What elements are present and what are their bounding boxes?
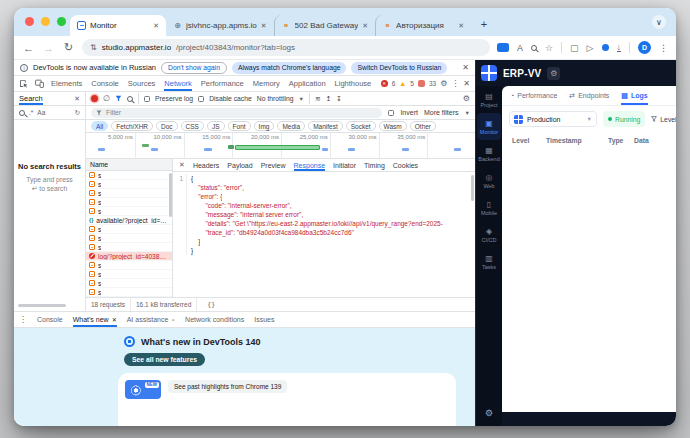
highlight-link[interactable]: See past highlights from Chrome 139: [168, 380, 287, 393]
warning-badge-icon[interactable]: ▲: [399, 80, 406, 87]
devtools-tab-performance[interactable]: Performance: [201, 76, 244, 91]
update-dot-icon[interactable]: [602, 44, 609, 51]
request-row[interactable]: {}available/?project_id=40384…: [86, 216, 172, 225]
profile-avatar[interactable]: D: [638, 41, 651, 54]
browser-tab-jsivhnc-app-apms-io[interactable]: ⊕jsivhnc-app.apms.io✕: [166, 15, 274, 36]
devtools-tab-elements[interactable]: Elements: [51, 76, 82, 91]
extension-icon[interactable]: ▷: [587, 43, 594, 53]
devtools-tab-application[interactable]: Application: [289, 76, 326, 91]
level-filter-select[interactable]: Level: All ▼: [651, 116, 676, 123]
request-type-chip-fetch-xhr[interactable]: Fetch/XHR: [111, 121, 153, 131]
devtools-tab-console[interactable]: Console: [91, 76, 119, 91]
devtools-tab-network[interactable]: Network: [164, 76, 192, 91]
match-case-toggle[interactable]: Aa: [37, 109, 45, 116]
site-connection-icon[interactable]: ⇅: [90, 43, 97, 52]
request-type-chip-manifest[interactable]: Manifest: [308, 121, 343, 131]
side-panel-icon[interactable]: [497, 43, 509, 52]
request-row[interactable]: s: [86, 288, 172, 297]
network-conditions-icon[interactable]: ≋: [315, 95, 321, 103]
new-tab-button[interactable]: +: [475, 15, 493, 33]
devtools-tab-memory[interactable]: Memory: [253, 76, 280, 91]
devtools-close-icon[interactable]: ✕: [463, 79, 470, 88]
devtools-kebab-icon[interactable]: ⋮: [451, 79, 459, 88]
erp-nav-monitor[interactable]: ▣Monitor: [477, 113, 501, 140]
search-pane-tab[interactable]: Search: [19, 92, 43, 105]
erp-nav-ci-cd[interactable]: ◈CI/CD: [476, 221, 502, 248]
erp-settings-gear-icon[interactable]: ⚙: [476, 408, 502, 418]
response-detail-tab-timing[interactable]: Timing: [364, 159, 385, 171]
request-row[interactable]: s: [86, 189, 172, 198]
tab-close-icon[interactable]: ✕: [362, 22, 368, 30]
drawer-tab-console[interactable]: Console: [37, 312, 63, 327]
record-network-log-button[interactable]: [91, 95, 98, 102]
project-settings-gear-icon[interactable]: ⚙: [547, 67, 560, 80]
browser-tab-502-bad-gateway[interactable]: »502 Bad Gateway✕: [274, 15, 375, 36]
name-column-header[interactable]: Name: [86, 159, 172, 171]
request-row[interactable]: s: [86, 225, 172, 234]
request-row[interactable]: s: [86, 279, 172, 288]
import-har-icon[interactable]: ↥: [326, 95, 332, 103]
request-type-chip-socket[interactable]: Socket: [346, 121, 376, 131]
request-type-chip-css[interactable]: CSS: [181, 121, 204, 131]
erp-nav-backend[interactable]: ▦Backend: [476, 140, 502, 167]
erp-tab-endpoints[interactable]: ⇄Endpoints: [569, 86, 609, 105]
refresh-search-icon[interactable]: ↻: [75, 109, 80, 117]
forward-button[interactable]: →: [42, 42, 55, 54]
erp-tab-logs[interactable]: ▤Logs: [621, 86, 647, 105]
network-timeline-overview[interactable]: 5,000 ms10,000 ms15,000 ms20,000 ms25,00…: [86, 133, 475, 159]
highlights-card[interactable]: NEW See past highlights from Chrome 139: [118, 373, 456, 426]
browser-tab-monitor[interactable]: Monitor✕: [70, 15, 166, 36]
drawer-kebab-icon[interactable]: ⋮: [19, 315, 27, 324]
zoom-window-button[interactable]: [57, 17, 66, 26]
erp-nav-web[interactable]: ◎Web: [476, 167, 502, 194]
clear-network-log-icon[interactable]: ∅: [103, 95, 110, 103]
drawer-tab-what-s-new[interactable]: What's new✕: [73, 312, 117, 327]
drawer-tab-close-icon[interactable]: ✕: [112, 316, 117, 323]
request-type-chip-wasm[interactable]: Wasm: [379, 121, 407, 131]
infobar-close-icon[interactable]: ✕: [462, 63, 469, 72]
reload-button[interactable]: ↻: [62, 41, 75, 54]
erp-nav-project[interactable]: ▤Project: [476, 86, 502, 113]
horizontal-scrollbar[interactable]: [18, 304, 66, 307]
network-search-icon[interactable]: [127, 96, 133, 102]
request-type-chip-img[interactable]: Img: [254, 121, 275, 131]
dont-show-again-button[interactable]: Don't show again: [161, 62, 227, 74]
tab-search-button[interactable]: ∨: [652, 15, 666, 29]
request-row[interactable]: s: [86, 261, 172, 270]
see-all-features-button[interactable]: See all new features: [124, 353, 205, 366]
tab-close-icon[interactable]: ✕: [261, 22, 267, 30]
drawer-tab-network-conditions[interactable]: Network conditions: [185, 312, 244, 327]
browser-tab-авторизация[interactable]: »Авторизация✕: [375, 15, 471, 36]
request-type-chip-js[interactable]: JS: [207, 121, 225, 131]
device-toolbar-icon[interactable]: [35, 79, 44, 88]
appmaster-logo-icon[interactable]: [481, 65, 497, 81]
request-row[interactable]: s: [86, 243, 172, 252]
request-row[interactable]: s: [86, 198, 172, 207]
preserve-log-checkbox[interactable]: [144, 96, 150, 102]
menu-kebab-icon[interactable]: ⋮: [659, 43, 668, 53]
tab-close-icon[interactable]: ✕: [458, 22, 464, 30]
regex-toggle[interactable]: .*: [29, 109, 33, 116]
request-type-chip-doc[interactable]: Doc: [156, 121, 178, 131]
invert-checkbox[interactable]: [388, 110, 394, 116]
response-detail-tab-headers[interactable]: Headers: [193, 159, 219, 171]
downloads-icon[interactable]: ↓: [617, 43, 622, 52]
request-row[interactable]: s: [86, 270, 172, 279]
vertical-scrollbar[interactable]: [471, 175, 474, 201]
switch-to-russian-button[interactable]: Switch DevTools to Russian: [351, 62, 447, 74]
tab-close-icon[interactable]: ✕: [153, 22, 159, 30]
extension-icon[interactable]: ▢: [570, 43, 579, 53]
erp-nav-tasks[interactable]: ▥Tasks: [476, 248, 502, 275]
translate-icon[interactable]: A: [517, 43, 523, 53]
response-detail-tab-initiator[interactable]: Initiator: [333, 159, 356, 171]
response-detail-tab-preview[interactable]: Preview: [261, 159, 286, 171]
format-response-button[interactable]: {}: [207, 301, 215, 309]
request-row[interactable]: s: [86, 234, 172, 243]
filter-funnel-icon[interactable]: [115, 95, 122, 102]
search-icon[interactable]: [531, 45, 537, 51]
more-filters-button[interactable]: More filters: [424, 109, 459, 116]
response-detail-tab-cookies[interactable]: Cookies: [393, 159, 418, 171]
disable-cache-checkbox[interactable]: [198, 96, 204, 102]
filter-input[interactable]: Filter: [91, 108, 382, 118]
inspect-element-icon[interactable]: [19, 79, 28, 88]
